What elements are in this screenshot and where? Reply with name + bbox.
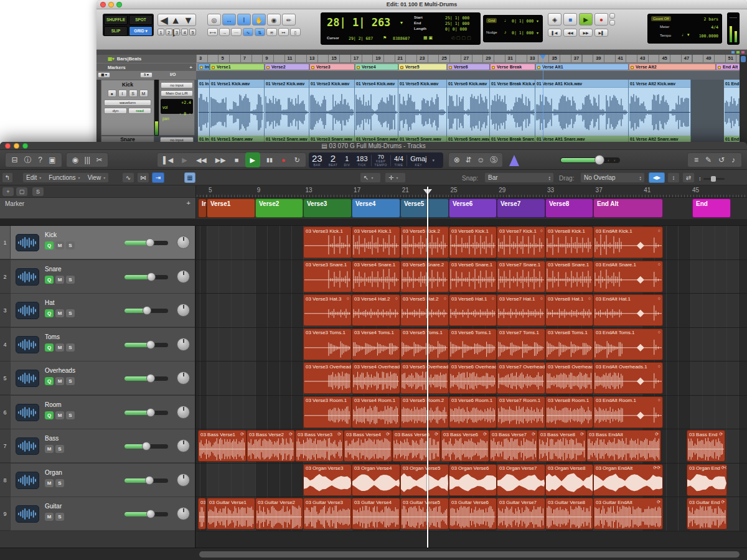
inspector-icon[interactable]: ⓘ [24, 152, 32, 167]
tempo-value[interactable]: 100.0000 [699, 34, 718, 39]
take-icon[interactable]: ☺ [477, 152, 484, 167]
mute-button[interactable]: M [55, 343, 64, 352]
start-value[interactable]: 25| 1| 000 [445, 16, 469, 21]
pan-knob[interactable] [177, 338, 190, 351]
end-value[interactable]: 25| 1| 000 [445, 21, 469, 26]
pt-marker-verse-break[interactable]: Verse Break [490, 63, 535, 70]
command-click-tool[interactable]: ✛▾ [385, 172, 406, 183]
region-clip[interactable]: 03 EndAlt Overheads.1○ [593, 362, 663, 394]
master-solo-button[interactable]: S [32, 187, 44, 196]
track-height-icon[interactable]: 5 ▾ [140, 72, 153, 78]
region-clip[interactable]: 03 Bass Verse7⟳ [489, 430, 538, 462]
lcd-display[interactable]: 23BAR 2BEAT 1DIV 183TICK 70KEEPTEMPO 4/4… [309, 152, 443, 168]
region-clip[interactable]: 03 Verse4 Room.1 [352, 396, 400, 428]
output-selector[interactable]: Main Out L/R [161, 90, 193, 96]
track-name[interactable]: Organ [45, 469, 62, 476]
edit-menu[interactable]: Edit [26, 174, 37, 181]
tool-toggle-1[interactable]: → [219, 28, 230, 36]
tool-3[interactable]: ✋ [252, 14, 266, 26]
volume-slider[interactable] [125, 343, 168, 347]
pt-vertical-scrollbar[interactable] [740, 55, 747, 145]
track-header-organ[interactable]: 8OrganMS [0, 464, 195, 497]
region-clip[interactable]: 03 Bass Verse2⟳ [247, 430, 295, 462]
lcd-tick[interactable]: 183 [356, 154, 367, 163]
volume-slider[interactable] [125, 309, 168, 313]
counter-dropdown-icon[interactable]: ▾ [400, 20, 403, 26]
marker-verse2[interactable]: Verse2 [255, 198, 303, 218]
quantize-button[interactable]: Q [45, 411, 54, 419]
grid-dropdown-icon[interactable]: ▾ [537, 19, 538, 23]
play-button[interactable]: ▶ [245, 152, 260, 167]
main-counter[interactable]: 28| 1| 263 [327, 16, 390, 29]
tool-toggle-0[interactable]: ⟷ [207, 28, 218, 36]
solo-button[interactable]: S [66, 309, 75, 317]
track-header-bass[interactable]: 7BassMS [0, 429, 195, 463]
region-clip[interactable]: 03 Verse5 Hat.2○ [400, 294, 449, 326]
region-clip[interactable]: 03 Verse7 Hat.1○ [497, 294, 545, 326]
add-marker-button[interactable]: + [187, 199, 190, 207]
dyn-button[interactable]: dyn [104, 108, 127, 114]
pan-value[interactable]: ‹ 0 › [179, 111, 191, 116]
nudge-label[interactable]: Nudge [486, 30, 497, 34]
region-clip[interactable]: 03 Verse8 Snare.1 [545, 261, 593, 292]
region-clip[interactable]: 03 Bass Verse4⟳ [344, 430, 392, 462]
forward-button[interactable]: ▶▶ [213, 152, 228, 167]
flex-icon[interactable]: ⋈ [137, 172, 149, 183]
region-clip[interactable]: 03 Verse4 Hat.2○ [352, 294, 400, 326]
track-header-overheads[interactable]: 5OverheadsQMS [0, 362, 195, 395]
volume-slider[interactable] [125, 478, 168, 483]
nudge-note-icon[interactable]: ♪ [504, 30, 507, 34]
mode-grid[interactable]: GRID ▾ [129, 26, 153, 36]
region-clip[interactable]: 03 Bass Verse6⟳ [441, 430, 489, 462]
master-volume-slider[interactable]: ♩ ♩ [560, 157, 620, 163]
main-counter-panel[interactable]: 28| 1| 263 ▾ Start 25| 1| 000 End 25| 1|… [321, 12, 481, 45]
drag-selector[interactable]: No Overlap▴▾ [580, 172, 645, 183]
marker-verse7[interactable]: Verse7 [497, 198, 545, 218]
region-clip[interactable]: 03 Bass End⟳ [687, 430, 725, 462]
editor-toggle-icon[interactable]: ▦ [184, 172, 195, 183]
pt-track-name[interactable]: Kick [101, 80, 154, 88]
pt-marker-verse1[interactable]: Verse1 [210, 63, 265, 70]
marker-verse4[interactable]: Verse4 [352, 198, 400, 218]
pt-locate-1[interactable]: ◀◀ [563, 29, 577, 37]
tool-0[interactable]: ◎ [207, 14, 221, 26]
region-clip[interactable]: 03 Guitar Verse8 [545, 498, 593, 530]
volume-slider[interactable] [125, 241, 168, 245]
mute-button[interactable]: M [45, 445, 54, 453]
transport-expand-bottom[interactable] [609, 20, 615, 26]
solo-button[interactable]: S [66, 241, 75, 250]
mute-button[interactable]: M [55, 276, 64, 284]
pt-locate-2[interactable]: ▶▶ [579, 29, 593, 37]
back-navigation-icon[interactable]: ↰ [2, 172, 13, 183]
solo-button[interactable]: S [66, 276, 75, 284]
region-clip[interactable]: 03 Verse3 Snare.1 [303, 261, 352, 292]
scrollbar-thumb[interactable] [199, 551, 740, 558]
mode-shuffle[interactable]: SHUFFLE [104, 15, 128, 25]
volume-slider[interactable] [125, 411, 168, 415]
bars-beats-ruler-label[interactable]: ▦▾Bars|Beats [96, 55, 196, 63]
region-clip[interactable]: 03 Verse8 Overheads [545, 362, 593, 394]
solo-button[interactable]: S [129, 90, 138, 97]
region-clip[interactable]: 03 Verse4 Overheads. [352, 362, 400, 394]
grid-value[interactable]: 0| 1| 000 [512, 19, 533, 24]
track-header-toms[interactable]: 4TomsQMS [0, 328, 195, 362]
track-list-menu-icon[interactable]: ▦ ▾ [98, 72, 110, 78]
catch-playhead-icon[interactable]: ⇥ [152, 172, 164, 183]
region-clip[interactable]: 03 Verse4 Toms.1 [352, 329, 400, 360]
playhead[interactable] [427, 187, 428, 548]
solo-button[interactable]: S [55, 479, 64, 487]
go-to-beginning-button[interactable]: ▌◀ [161, 152, 176, 167]
tool-2[interactable]: I [237, 14, 251, 26]
count-off-value[interactable]: 2 bars [704, 17, 718, 22]
audio-clip[interactable]: 01 Verse6 Kick.wav [447, 80, 490, 136]
pan-knob[interactable] [177, 474, 190, 487]
region-clip[interactable]: 03 Guitar Verse7 [497, 498, 545, 530]
region-clip[interactable]: 03 Verse7 Toms.1 [497, 329, 545, 360]
lcd-tempo[interactable]: 70 [375, 154, 387, 159]
region-clip[interactable]: 03 Verse5 Overheads [400, 362, 449, 394]
region-clip[interactable]: 03 Guitar Verse6 [449, 498, 497, 530]
lcd-bar[interactable]: 23 [312, 154, 322, 163]
grid-note-icon[interactable]: ♩ [504, 18, 509, 22]
grid-label[interactable]: Grid [486, 18, 497, 23]
pt-locate-3[interactable]: ▶▌ [594, 29, 608, 37]
